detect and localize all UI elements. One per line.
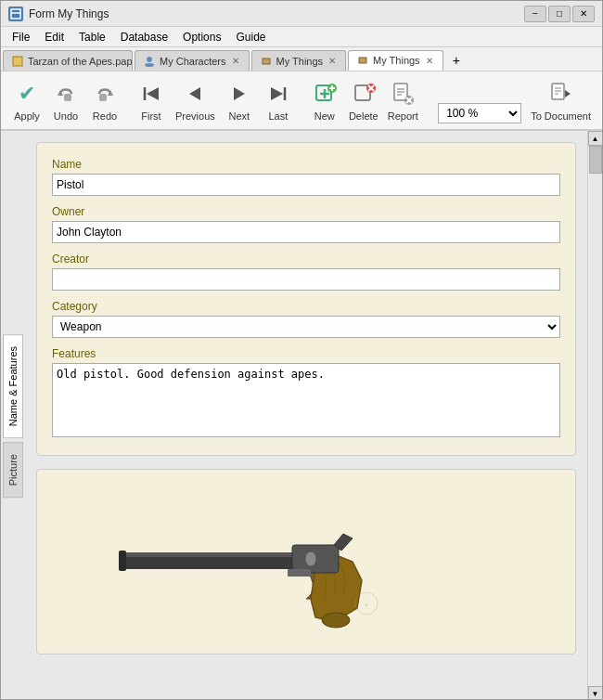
creator-group: Creator [52, 253, 560, 291]
category-group: Category Weapon Tool Clothing Jewelry Ot… [52, 300, 560, 338]
app-icon [8, 6, 23, 21]
to-document-icon [546, 79, 576, 109]
minimize-button[interactable]: − [524, 6, 546, 22]
scroll-thumb[interactable] [589, 146, 602, 174]
svg-rect-10 [99, 94, 107, 101]
tab-things1-icon [260, 55, 273, 68]
svg-rect-0 [11, 9, 20, 19]
tab-add-button[interactable]: + [445, 50, 468, 71]
svg-text:✦: ✦ [364, 602, 369, 608]
zoom-select[interactable]: 100 % 50 % 75 % 125 % 150 % [438, 103, 521, 123]
name-features-section: Name Owner Creator Category Weapon Tool … [36, 142, 576, 456]
pistol-image: ✦ [45, 477, 568, 646]
content-area: Name & Features Picture Name Owner Creat… [1, 131, 602, 700]
owner-group: Owner [52, 205, 560, 243]
side-tabs: Name & Features Picture [1, 131, 25, 700]
last-button[interactable]: Last [260, 77, 297, 123]
scroll-down[interactable]: ▼ [588, 686, 603, 700]
redo-button[interactable]: Redo [86, 77, 123, 123]
features-group: Features Old pistol. Good defension agai… [52, 347, 560, 440]
previous-button[interactable]: Previous [172, 77, 219, 123]
tab-characters-icon [143, 55, 156, 68]
menu-guide[interactable]: Guide [228, 29, 273, 45]
previous-icon [180, 79, 210, 109]
svg-marker-14 [234, 87, 245, 100]
svg-rect-2 [13, 57, 22, 66]
tab-tarzan-icon [11, 55, 24, 68]
next-button[interactable]: Next [221, 77, 258, 123]
titlebar: Form My Things − □ ✕ [1, 1, 602, 27]
toolbar: ✔ Apply Undo Redo [1, 71, 602, 131]
first-icon [136, 79, 166, 109]
tabbar: Tarzan of the Apes.pap ✕ My Characters ✕… [1, 47, 602, 71]
first-button[interactable]: First [133, 77, 170, 123]
last-icon [263, 79, 293, 109]
side-tab-picture[interactable]: Picture [3, 442, 23, 498]
report-icon [388, 79, 417, 109]
menu-file[interactable]: File [5, 29, 37, 45]
name-group: Name [52, 158, 560, 196]
form-panel: Name Owner Creator Category Weapon Tool … [25, 131, 587, 700]
redo-icon [90, 79, 120, 109]
name-label: Name [52, 158, 560, 171]
tab-things2-icon [356, 54, 369, 67]
category-select[interactable]: Weapon Tool Clothing Jewelry Other [52, 316, 560, 338]
svg-rect-5 [263, 58, 270, 64]
new-icon [310, 79, 340, 109]
category-label: Category [52, 300, 560, 313]
scroll-up[interactable]: ▲ [588, 131, 603, 146]
tab-things2-close[interactable]: ✕ [424, 56, 435, 66]
name-input[interactable] [52, 174, 560, 196]
creator-label: Creator [52, 253, 560, 266]
owner-label: Owner [52, 205, 560, 218]
picture-section: ✦ [36, 469, 576, 655]
side-tab-name-features[interactable]: Name & Features [3, 334, 23, 438]
tab-characters-close[interactable]: ✕ [230, 56, 241, 66]
undo-icon [51, 79, 81, 109]
tab-things-2[interactable]: My Things ✕ [348, 50, 443, 71]
svg-marker-13 [189, 87, 200, 100]
titlebar-title: Form My Things [29, 7, 524, 20]
apply-icon: ✔ [12, 79, 42, 109]
next-icon [225, 79, 254, 109]
features-textarea[interactable]: Old pistol. Good defension against apes. [52, 363, 560, 437]
tab-characters[interactable]: My Characters ✕ [135, 50, 250, 71]
svg-marker-38 [565, 90, 571, 97]
svg-point-3 [147, 57, 152, 62]
new-button[interactable]: New [306, 77, 343, 123]
maximize-button[interactable]: □ [548, 6, 571, 22]
undo-button[interactable]: Undo [47, 77, 84, 123]
creator-input[interactable] [52, 268, 560, 291]
svg-rect-41 [119, 551, 126, 571]
tab-things1-close[interactable]: ✕ [327, 56, 338, 66]
close-button[interactable]: ✕ [572, 6, 595, 22]
to-document-button[interactable]: To Document [527, 77, 595, 123]
menu-options[interactable]: Options [175, 29, 228, 45]
menubar: File Edit Table Database Options Guide [1, 27, 602, 47]
svg-rect-44 [288, 569, 311, 577]
features-label: Features [52, 347, 560, 360]
owner-input[interactable] [52, 221, 560, 243]
window-controls: − □ ✕ [524, 6, 595, 22]
menu-table[interactable]: Table [71, 29, 113, 45]
pistol-svg: ✦ [93, 487, 520, 636]
menu-database[interactable]: Database [113, 29, 175, 45]
svg-rect-8 [64, 94, 71, 101]
scroll-track[interactable] [589, 146, 602, 686]
svg-point-45 [322, 613, 350, 628]
toolbar-right: 100 % 50 % 75 % 125 % 150 % To Document [438, 77, 595, 123]
svg-point-43 [305, 551, 316, 566]
report-button[interactable]: Report [384, 77, 422, 123]
tab-tarzan[interactable]: Tarzan of the Apes.pap ✕ [3, 50, 133, 71]
svg-marker-12 [147, 87, 159, 100]
svg-rect-6 [359, 58, 366, 63]
tab-things-1[interactable]: My Things ✕ [251, 50, 347, 71]
scrollbar[interactable]: ▲ ▼ [587, 131, 602, 700]
delete-button[interactable]: Delete [345, 77, 382, 123]
apply-button[interactable]: ✔ Apply [8, 77, 45, 123]
svg-rect-40 [121, 552, 306, 557]
svg-point-4 [145, 63, 154, 67]
delete-icon [349, 79, 378, 109]
svg-marker-16 [271, 87, 283, 100]
menu-edit[interactable]: Edit [37, 29, 71, 45]
